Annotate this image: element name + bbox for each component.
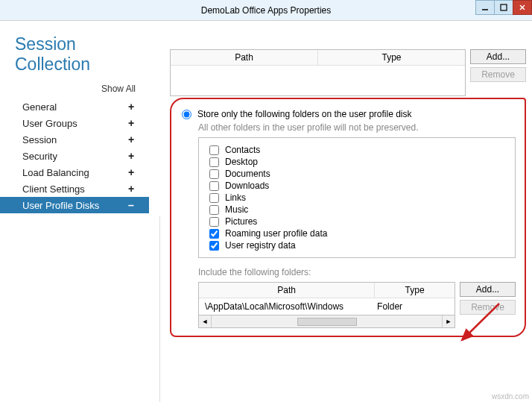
folder-checkbox-music[interactable]: Music xyxy=(209,204,504,216)
include-add-button[interactable]: Add... xyxy=(460,282,516,297)
nav-item-load-balancing[interactable]: Load Balancing+ xyxy=(0,164,149,180)
expand-icon[interactable]: + xyxy=(127,134,136,145)
expand-icon[interactable]: + xyxy=(127,166,136,178)
include-remove-button[interactable]: Remove xyxy=(460,300,516,315)
expand-icon[interactable]: + xyxy=(127,183,136,195)
folder-checkbox-label: Pictures xyxy=(225,216,257,227)
main-panel: Path Type Add... Remove Store only the f… xyxy=(149,21,532,402)
scroll-thumb[interactable] xyxy=(297,318,357,326)
sidebar: Session Collection Show All General+User… xyxy=(0,21,149,402)
store-only-radio[interactable] xyxy=(182,110,191,119)
folder-checkbox-roaming-user-profile-data[interactable]: Roaming user profile data xyxy=(209,227,504,239)
exclude-table-body[interactable] xyxy=(171,66,465,95)
nav-item-label: Load Balancing xyxy=(22,167,89,178)
expand-icon[interactable]: + xyxy=(127,101,136,113)
exclude-add-button[interactable]: Add... xyxy=(470,49,526,64)
svg-rect-1 xyxy=(501,4,507,10)
folder-checkbox-label: User registry data xyxy=(225,240,296,251)
checkbox[interactable] xyxy=(209,241,219,251)
folder-checkbox-label: Contacts xyxy=(225,145,260,155)
store-only-radio-label: Store only the following folders on the … xyxy=(197,109,412,119)
folder-checkbox-label: Roaming user profile data xyxy=(225,228,327,239)
checkbox[interactable] xyxy=(209,169,219,179)
folder-checkbox-label: Music xyxy=(225,204,248,215)
profile-folders-box: ContactsDesktopDocumentsDownloadsLinksMu… xyxy=(198,137,516,258)
nav-item-label: Security xyxy=(22,151,57,162)
expand-icon[interactable]: + xyxy=(127,150,136,162)
minimize-button[interactable] xyxy=(475,0,495,15)
include-horizontal-scrollbar[interactable]: ◄ ► xyxy=(198,315,455,328)
title-bar: DemoLab Office Apps Properties xyxy=(0,0,532,21)
include-folders-label: Include the following folders: xyxy=(198,267,516,277)
folder-checkbox-label: Documents xyxy=(225,169,270,179)
store-only-radio-row[interactable]: Store only the following folders on the … xyxy=(182,109,516,119)
nav-item-label: General xyxy=(22,101,57,113)
folder-checkbox-contacts[interactable]: Contacts xyxy=(209,144,504,156)
nav-item-label: Session xyxy=(22,134,57,145)
maximize-button[interactable] xyxy=(494,0,513,15)
folder-checkbox-label: Desktop xyxy=(225,157,258,167)
show-all-link[interactable]: Show All xyxy=(0,81,149,98)
page-title: Session Collection xyxy=(0,34,149,81)
include-header-path[interactable]: Path xyxy=(199,283,375,298)
nav-item-security[interactable]: Security+ xyxy=(0,148,149,164)
store-only-sublabel: All other folders in the user profile wi… xyxy=(198,122,516,133)
include-table-row[interactable]: \AppData\Local\Microsoft\Windows Folder xyxy=(199,298,455,315)
watermark-text: wsxdn.com xyxy=(492,392,529,401)
include-row-type: Folder xyxy=(368,298,455,315)
folder-checkbox-pictures[interactable]: Pictures xyxy=(209,216,504,227)
checkbox[interactable] xyxy=(209,205,219,215)
window-title: DemoLab Office Apps Properties xyxy=(201,5,332,16)
scroll-right-button[interactable]: ► xyxy=(442,315,455,327)
checkbox[interactable] xyxy=(209,181,219,191)
nav-item-general[interactable]: General+ xyxy=(0,98,149,115)
checkbox[interactable] xyxy=(209,193,219,203)
close-button[interactable] xyxy=(513,0,532,15)
folder-checkbox-label: Links xyxy=(225,192,246,203)
exclude-header-type[interactable]: Type xyxy=(318,50,465,66)
checkbox[interactable] xyxy=(209,217,219,227)
folder-checkbox-desktop[interactable]: Desktop xyxy=(209,156,504,168)
checkbox[interactable] xyxy=(209,145,219,155)
exclude-folders-grid: Path Type Add... Remove xyxy=(170,49,526,96)
nav-item-label: User Groups xyxy=(22,118,77,129)
store-only-section: Store only the following folders on the … xyxy=(170,98,526,337)
checkbox[interactable] xyxy=(209,229,219,239)
include-header-type[interactable]: Type xyxy=(375,283,455,298)
include-row-path: \AppData\Local\Microsoft\Windows xyxy=(199,298,368,315)
folder-checkbox-links[interactable]: Links xyxy=(209,192,504,204)
window-controls xyxy=(476,0,532,15)
nav-item-client-settings[interactable]: Client Settings+ xyxy=(0,180,149,197)
nav-item-session[interactable]: Session+ xyxy=(0,131,149,148)
folder-checkbox-label: Downloads xyxy=(225,180,269,191)
folder-checkbox-user-registry-data[interactable]: User registry data xyxy=(209,239,504,251)
nav-list: General+User Groups+Session+Security+Loa… xyxy=(0,98,149,213)
expand-icon[interactable]: + xyxy=(127,117,136,129)
nav-item-user-groups[interactable]: User Groups+ xyxy=(0,115,149,131)
folder-checkbox-documents[interactable]: Documents xyxy=(209,168,504,180)
nav-item-label: User Profile Disks xyxy=(22,200,99,211)
scroll-left-button[interactable]: ◄ xyxy=(199,315,212,327)
include-table[interactable]: Path Type \AppData\Local\Microsoft\Windo… xyxy=(198,282,455,315)
exclude-header-path[interactable]: Path xyxy=(171,50,318,66)
nav-item-label: Client Settings xyxy=(22,183,85,195)
nav-item-user-profile-disks[interactable]: User Profile Disks– xyxy=(0,197,149,213)
folder-checkbox-downloads[interactable]: Downloads xyxy=(209,180,504,192)
scroll-track[interactable] xyxy=(212,315,442,327)
exclude-remove-button[interactable]: Remove xyxy=(470,67,526,82)
expand-icon[interactable]: – xyxy=(127,199,136,211)
exclude-table[interactable]: Path Type xyxy=(170,49,466,96)
checkbox[interactable] xyxy=(209,157,219,167)
include-folders-grid: Path Type \AppData\Local\Microsoft\Windo… xyxy=(198,282,516,328)
